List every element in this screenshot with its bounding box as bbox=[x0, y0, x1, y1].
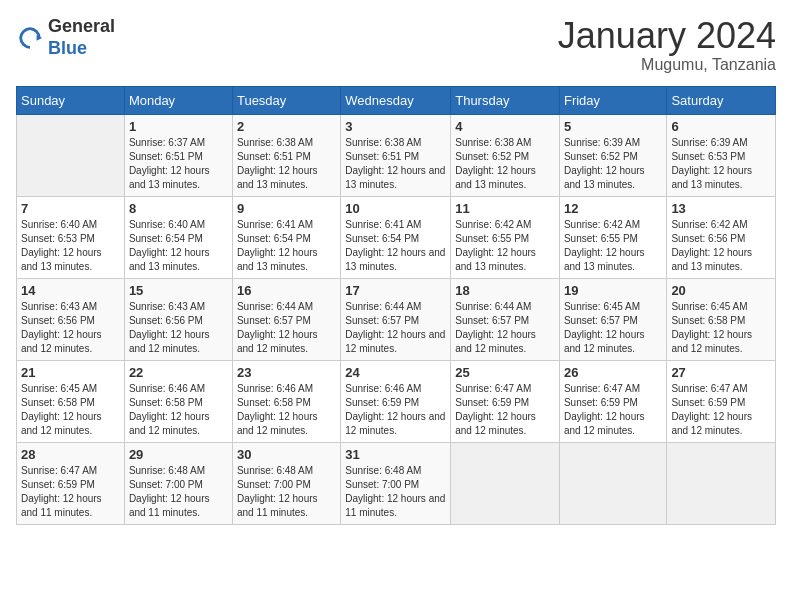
calendar-cell: 29Sunrise: 6:48 AM Sunset: 7:00 PM Dayli… bbox=[124, 442, 232, 524]
calendar-week-row: 14Sunrise: 6:43 AM Sunset: 6:56 PM Dayli… bbox=[17, 278, 776, 360]
day-info: Sunrise: 6:39 AM Sunset: 6:52 PM Dayligh… bbox=[564, 136, 662, 192]
logo: General Blue bbox=[16, 16, 115, 59]
calendar-week-row: 1Sunrise: 6:37 AM Sunset: 6:51 PM Daylig… bbox=[17, 114, 776, 196]
day-info: Sunrise: 6:39 AM Sunset: 6:53 PM Dayligh… bbox=[671, 136, 771, 192]
calendar-cell: 21Sunrise: 6:45 AM Sunset: 6:58 PM Dayli… bbox=[17, 360, 125, 442]
day-info: Sunrise: 6:46 AM Sunset: 6:58 PM Dayligh… bbox=[237, 382, 336, 438]
day-info: Sunrise: 6:42 AM Sunset: 6:55 PM Dayligh… bbox=[564, 218, 662, 274]
day-number: 14 bbox=[21, 283, 120, 298]
calendar-cell: 25Sunrise: 6:47 AM Sunset: 6:59 PM Dayli… bbox=[451, 360, 560, 442]
calendar-cell: 14Sunrise: 6:43 AM Sunset: 6:56 PM Dayli… bbox=[17, 278, 125, 360]
calendar-cell bbox=[559, 442, 666, 524]
day-info: Sunrise: 6:37 AM Sunset: 6:51 PM Dayligh… bbox=[129, 136, 228, 192]
logo-general-text: General bbox=[48, 16, 115, 36]
day-number: 26 bbox=[564, 365, 662, 380]
calendar-week-row: 21Sunrise: 6:45 AM Sunset: 6:58 PM Dayli… bbox=[17, 360, 776, 442]
day-info: Sunrise: 6:41 AM Sunset: 6:54 PM Dayligh… bbox=[237, 218, 336, 274]
day-info: Sunrise: 6:38 AM Sunset: 6:51 PM Dayligh… bbox=[237, 136, 336, 192]
calendar-cell: 23Sunrise: 6:46 AM Sunset: 6:58 PM Dayli… bbox=[232, 360, 340, 442]
calendar-cell bbox=[17, 114, 125, 196]
day-number: 20 bbox=[671, 283, 771, 298]
calendar-cell: 16Sunrise: 6:44 AM Sunset: 6:57 PM Dayli… bbox=[232, 278, 340, 360]
day-info: Sunrise: 6:42 AM Sunset: 6:56 PM Dayligh… bbox=[671, 218, 771, 274]
day-number: 28 bbox=[21, 447, 120, 462]
calendar-cell: 5Sunrise: 6:39 AM Sunset: 6:52 PM Daylig… bbox=[559, 114, 666, 196]
calendar-cell: 3Sunrise: 6:38 AM Sunset: 6:51 PM Daylig… bbox=[341, 114, 451, 196]
calendar-cell: 8Sunrise: 6:40 AM Sunset: 6:54 PM Daylig… bbox=[124, 196, 232, 278]
day-number: 17 bbox=[345, 283, 446, 298]
day-number: 16 bbox=[237, 283, 336, 298]
month-title: January 2024 bbox=[558, 16, 776, 56]
day-info: Sunrise: 6:44 AM Sunset: 6:57 PM Dayligh… bbox=[345, 300, 446, 356]
day-number: 31 bbox=[345, 447, 446, 462]
calendar-cell: 6Sunrise: 6:39 AM Sunset: 6:53 PM Daylig… bbox=[667, 114, 776, 196]
title-block: January 2024 Mugumu, Tanzania bbox=[558, 16, 776, 74]
calendar-cell: 17Sunrise: 6:44 AM Sunset: 6:57 PM Dayli… bbox=[341, 278, 451, 360]
weekday-header-monday: Monday bbox=[124, 86, 232, 114]
day-number: 10 bbox=[345, 201, 446, 216]
day-info: Sunrise: 6:46 AM Sunset: 6:58 PM Dayligh… bbox=[129, 382, 228, 438]
calendar-cell: 26Sunrise: 6:47 AM Sunset: 6:59 PM Dayli… bbox=[559, 360, 666, 442]
logo-icon bbox=[16, 24, 44, 52]
day-number: 8 bbox=[129, 201, 228, 216]
day-info: Sunrise: 6:48 AM Sunset: 7:00 PM Dayligh… bbox=[237, 464, 336, 520]
calendar-cell: 27Sunrise: 6:47 AM Sunset: 6:59 PM Dayli… bbox=[667, 360, 776, 442]
day-info: Sunrise: 6:40 AM Sunset: 6:53 PM Dayligh… bbox=[21, 218, 120, 274]
day-number: 11 bbox=[455, 201, 555, 216]
page-header: General Blue January 2024 Mugumu, Tanzan… bbox=[16, 16, 776, 74]
calendar-week-row: 28Sunrise: 6:47 AM Sunset: 6:59 PM Dayli… bbox=[17, 442, 776, 524]
day-number: 29 bbox=[129, 447, 228, 462]
day-info: Sunrise: 6:47 AM Sunset: 6:59 PM Dayligh… bbox=[455, 382, 555, 438]
day-number: 3 bbox=[345, 119, 446, 134]
calendar-cell: 13Sunrise: 6:42 AM Sunset: 6:56 PM Dayli… bbox=[667, 196, 776, 278]
calendar-cell: 22Sunrise: 6:46 AM Sunset: 6:58 PM Dayli… bbox=[124, 360, 232, 442]
day-info: Sunrise: 6:47 AM Sunset: 6:59 PM Dayligh… bbox=[21, 464, 120, 520]
day-info: Sunrise: 6:47 AM Sunset: 6:59 PM Dayligh… bbox=[671, 382, 771, 438]
day-number: 23 bbox=[237, 365, 336, 380]
weekday-header-saturday: Saturday bbox=[667, 86, 776, 114]
day-number: 25 bbox=[455, 365, 555, 380]
calendar-table: SundayMondayTuesdayWednesdayThursdayFrid… bbox=[16, 86, 776, 525]
weekday-header-tuesday: Tuesday bbox=[232, 86, 340, 114]
calendar-cell: 20Sunrise: 6:45 AM Sunset: 6:58 PM Dayli… bbox=[667, 278, 776, 360]
location: Mugumu, Tanzania bbox=[558, 56, 776, 74]
calendar-cell: 7Sunrise: 6:40 AM Sunset: 6:53 PM Daylig… bbox=[17, 196, 125, 278]
weekday-header-wednesday: Wednesday bbox=[341, 86, 451, 114]
day-number: 19 bbox=[564, 283, 662, 298]
day-number: 22 bbox=[129, 365, 228, 380]
calendar-cell: 1Sunrise: 6:37 AM Sunset: 6:51 PM Daylig… bbox=[124, 114, 232, 196]
calendar-cell: 24Sunrise: 6:46 AM Sunset: 6:59 PM Dayli… bbox=[341, 360, 451, 442]
day-info: Sunrise: 6:45 AM Sunset: 6:57 PM Dayligh… bbox=[564, 300, 662, 356]
calendar-cell: 4Sunrise: 6:38 AM Sunset: 6:52 PM Daylig… bbox=[451, 114, 560, 196]
day-info: Sunrise: 6:46 AM Sunset: 6:59 PM Dayligh… bbox=[345, 382, 446, 438]
logo-blue-text: Blue bbox=[48, 38, 87, 58]
day-info: Sunrise: 6:38 AM Sunset: 6:52 PM Dayligh… bbox=[455, 136, 555, 192]
calendar-cell: 31Sunrise: 6:48 AM Sunset: 7:00 PM Dayli… bbox=[341, 442, 451, 524]
weekday-header-row: SundayMondayTuesdayWednesdayThursdayFrid… bbox=[17, 86, 776, 114]
weekday-header-thursday: Thursday bbox=[451, 86, 560, 114]
day-number: 12 bbox=[564, 201, 662, 216]
day-number: 1 bbox=[129, 119, 228, 134]
day-number: 18 bbox=[455, 283, 555, 298]
calendar-cell: 30Sunrise: 6:48 AM Sunset: 7:00 PM Dayli… bbox=[232, 442, 340, 524]
weekday-header-friday: Friday bbox=[559, 86, 666, 114]
day-info: Sunrise: 6:38 AM Sunset: 6:51 PM Dayligh… bbox=[345, 136, 446, 192]
day-info: Sunrise: 6:48 AM Sunset: 7:00 PM Dayligh… bbox=[345, 464, 446, 520]
day-info: Sunrise: 6:48 AM Sunset: 7:00 PM Dayligh… bbox=[129, 464, 228, 520]
day-number: 7 bbox=[21, 201, 120, 216]
calendar-week-row: 7Sunrise: 6:40 AM Sunset: 6:53 PM Daylig… bbox=[17, 196, 776, 278]
day-info: Sunrise: 6:42 AM Sunset: 6:55 PM Dayligh… bbox=[455, 218, 555, 274]
day-info: Sunrise: 6:43 AM Sunset: 6:56 PM Dayligh… bbox=[21, 300, 120, 356]
day-number: 15 bbox=[129, 283, 228, 298]
calendar-cell: 12Sunrise: 6:42 AM Sunset: 6:55 PM Dayli… bbox=[559, 196, 666, 278]
day-info: Sunrise: 6:41 AM Sunset: 6:54 PM Dayligh… bbox=[345, 218, 446, 274]
day-number: 21 bbox=[21, 365, 120, 380]
calendar-cell: 18Sunrise: 6:44 AM Sunset: 6:57 PM Dayli… bbox=[451, 278, 560, 360]
calendar-cell bbox=[451, 442, 560, 524]
day-info: Sunrise: 6:40 AM Sunset: 6:54 PM Dayligh… bbox=[129, 218, 228, 274]
day-number: 13 bbox=[671, 201, 771, 216]
day-info: Sunrise: 6:44 AM Sunset: 6:57 PM Dayligh… bbox=[237, 300, 336, 356]
day-info: Sunrise: 6:45 AM Sunset: 6:58 PM Dayligh… bbox=[21, 382, 120, 438]
calendar-cell: 11Sunrise: 6:42 AM Sunset: 6:55 PM Dayli… bbox=[451, 196, 560, 278]
calendar-cell: 15Sunrise: 6:43 AM Sunset: 6:56 PM Dayli… bbox=[124, 278, 232, 360]
